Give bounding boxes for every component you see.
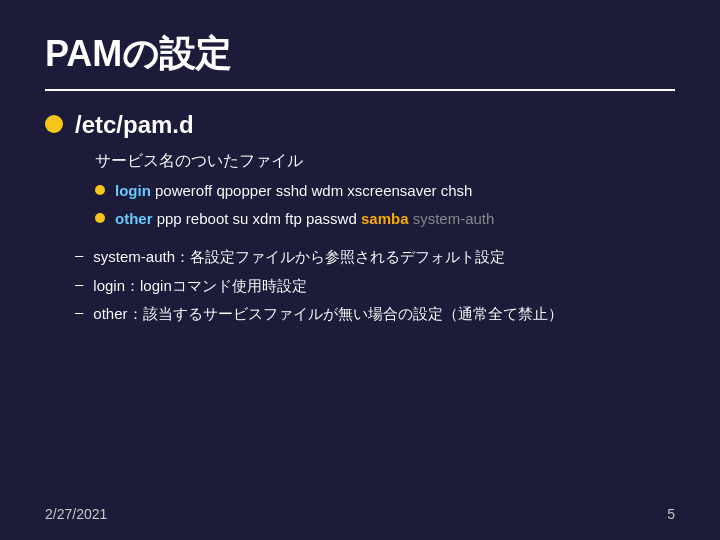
dash-icon-3: – [75,303,83,320]
title-section: PAMの設定 [45,30,675,91]
system-auth-label: system-auth [413,210,495,227]
sub-bullet-text-1: login poweroff qpopper sshd wdm xscreens… [115,180,472,203]
dash-text-2: login：loginコマンド使用時設定 [93,275,306,298]
footer-date: 2/27/2021 [45,506,107,522]
dash-item-3: – other：該当するサービスファイルが無い場合の設定（通常全て禁止） [75,303,675,326]
samba-label: samba [361,210,409,227]
sub-bullet-dot-1 [95,185,105,195]
slide: PAMの設定 /etc/pam.d サービス名のついたファイル login po… [0,0,720,540]
sub-bullet-other: other ppp reboot su xdm ftp passwd samba… [95,208,675,231]
slide-title: PAMの設定 [45,30,675,79]
dash-items-section: – system-auth：各設定ファイルから参照されるデフォルト設定 – lo… [75,246,675,326]
sub-bullet-text-2: other ppp reboot su xdm ftp passwd samba… [115,208,494,231]
dash-item-1: – system-auth：各設定ファイルから参照されるデフォルト設定 [75,246,675,269]
dash-icon-1: – [75,246,83,263]
main-bullet-item: /etc/pam.d [45,111,675,139]
dash-text-1: system-auth：各設定ファイルから参照されるデフォルト設定 [93,246,505,269]
login-items: poweroff qpopper sshd wdm xscreensaver c… [155,182,472,199]
main-bullet-text: /etc/pam.d [75,111,194,139]
bullet-dot-icon [45,115,63,133]
sub-section: サービス名のついたファイル login poweroff qpopper ssh… [75,151,675,230]
dash-item-2: – login：loginコマンド使用時設定 [75,275,675,298]
other-label: other [115,210,153,227]
sub-description: サービス名のついたファイル [95,151,675,172]
sub-bullet-login: login poweroff qpopper sshd wdm xscreens… [95,180,675,203]
title-underline [45,89,675,91]
other-items: ppp reboot su xdm ftp passwd samba syste… [157,210,495,227]
login-label: login [115,182,151,199]
footer-page: 5 [667,506,675,522]
dash-icon-2: – [75,275,83,292]
footer: 2/27/2021 5 [45,506,675,522]
dash-text-3: other：該当するサービスファイルが無い場合の設定（通常全て禁止） [93,303,562,326]
sub-bullet-dot-2 [95,213,105,223]
